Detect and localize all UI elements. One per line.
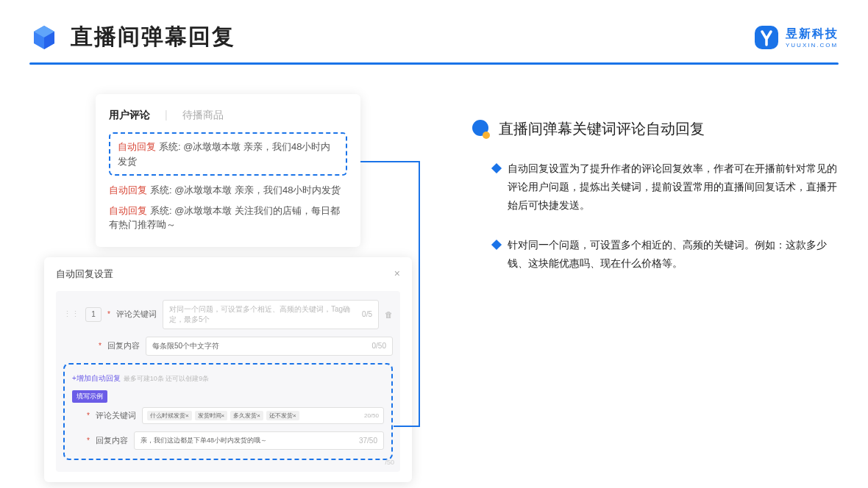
bullet-2-text: 针对同一个问题，可设置多个相近的、高频的关键词。例如：这款多少钱、这块能优惠吗、… [508,236,839,273]
form-area: ⋮⋮ 1 * 评论关键词 对同一个问题，可设置多个相近、高频的关键词，Tag确定… [56,291,400,472]
reply-placeholder: 每条限50个中文字符 [152,341,219,351]
tab-separator: | [165,109,168,122]
brand-name: 昱新科技 [786,26,839,42]
settings-card: 自动回复设置 × ⋮⋮ 1 * 评论关键词 对同一个问题，可设置多个相近、高频的… [44,257,412,482]
example-badge: 填写示例 [72,390,107,403]
comments-card: 用户评论 | 待播商品 自动回复系统: @冰墩墩本墩 亲亲，我们48小时内发货 … [96,94,360,247]
auto-reply-tag: 自动回复 [109,184,147,195]
settings-title: 自动回复设置 [56,268,113,281]
tag-item[interactable]: 多久发货× [230,411,263,420]
header-left: 直播间弹幕回复 [29,22,235,52]
reply-row: * 回复内容 每条限50个中文字符 0/50 [63,337,393,356]
bullet-1-text: 自动回复设置为了提升作者的评论回复效率，作者可在开播前针对常见的评论用户问题，提… [508,159,839,215]
message-1: 自动回复系统: @冰墩墩本墩 亲亲，我们48小时内发货 [118,140,338,168]
required-dot: * [87,412,90,420]
row-number: 1 [85,307,102,322]
message-2: 自动回复系统: @冰墩墩本墩 亲亲，我们48小时内发货 [109,183,347,198]
tab-comments[interactable]: 用户评论 [109,109,150,122]
diamond-icon [491,239,502,249]
bullet-2: 针对同一个问题，可设置多个相近的、高频的关键词。例如：这款多少钱、这块能优惠吗、… [471,236,839,273]
example-reply-input[interactable]: 亲，我们这边都是下单48小时内发货的哦～ 37/50 [134,431,384,450]
add-reply-link[interactable]: +增加自动回复 [72,373,121,384]
diamond-icon [491,163,502,173]
brand: 昱新科技 YUUXIN.COM [753,24,839,51]
reply-input[interactable]: 每条限50个中文字符 0/50 [146,337,393,356]
tab-products[interactable]: 待播商品 [182,109,224,122]
bullet-1: 自动回复设置为了提升作者的评论回复效率，作者可在开播前针对常见的评论用户问题，提… [471,159,839,215]
add-hint: 最多可建10条 还可以创建9条 [124,375,210,382]
tag-item[interactable]: 什么时候发货× [147,411,192,420]
tag-item[interactable]: 发货时间× [195,411,228,420]
faded-count: /50 [385,459,394,466]
brand-icon [753,24,780,51]
page-title: 直播间弹幕回复 [71,22,235,52]
example-reply-label: 回复内容 [96,435,128,446]
brand-url: YUUXIN.COM [786,42,839,49]
auto-reply-tag: 自动回复 [109,205,147,216]
required-dot: * [107,310,110,318]
svg-point-2 [483,132,490,139]
example-reply-row: * 回复内容 亲，我们这边都是下单48小时内发货的哦～ 37/50 [72,431,384,450]
subheading: 直播间弹幕关键词评论自动回复 [471,119,839,139]
close-icon[interactable]: × [394,268,400,281]
cube-icon [29,23,59,52]
message-3: 自动回复系统: @冰墩墩本墩 关注我们的店铺，每日都有热门推荐呦～ [109,204,347,232]
reply-label: 回复内容 [107,340,140,351]
explanation: 直播间弹幕关键词评论自动回复 自动回复设置为了提升作者的评论回复效率，作者可在开… [471,94,839,482]
tag-count: 20/50 [364,412,379,419]
keyword-input[interactable]: 对同一个问题，可设置多个相近、高频的关键词，Tag确定，最多5个 0/5 [163,300,379,329]
delete-icon[interactable]: 🗑 [385,310,393,319]
keyword-row: ⋮⋮ 1 * 评论关键词 对同一个问题，可设置多个相近、高频的关键词，Tag确定… [63,300,393,329]
keyword-placeholder: 对同一个问题，可设置多个相近、高频的关键词，Tag确定，最多5个 [169,304,362,325]
reply-count: 0/50 [372,342,386,350]
message-2-text: 系统: @冰墩墩本墩 亲亲，我们48小时内发货 [150,184,341,195]
subtitle: 直播间弹幕关键词评论自动回复 [499,119,705,139]
example-keyword-input[interactable]: 什么时候发货× 发货时间× 多久发货× 还不发货× 20/50 [142,407,384,424]
example-box: +增加自动回复最多可建10条 还可以创建9条 填写示例 * 评论关键词 什么时候… [63,363,393,460]
example-keyword-label: 评论关键词 [96,410,136,421]
tabs: 用户评论 | 待播商品 [109,109,347,122]
highlighted-message: 自动回复系统: @冰墩墩本墩 亲亲，我们48小时内发货 [109,132,347,176]
tag-item[interactable]: 还不发货× [266,411,299,420]
example-reply-count: 37/50 [359,437,377,445]
example-keyword-row: * 评论关键词 什么时候发货× 发货时间× 多久发货× 还不发货× 20/50 [72,407,384,424]
screenshot-area: 用户评论 | 待播商品 自动回复系统: @冰墩墩本墩 亲亲，我们48小时内发货 … [44,94,412,482]
keyword-label: 评论关键词 [116,309,157,320]
drag-handle-icon[interactable]: ⋮⋮ [63,309,79,319]
example-reply-text: 亲，我们这边都是下单48小时内发货的哦～ [140,436,267,445]
header: 直播间弹幕回复 昱新科技 YUUXIN.COM [0,0,868,52]
auto-reply-tag: 自动回复 [118,141,156,152]
bubble-icon [471,120,490,139]
keyword-count: 0/5 [362,310,372,318]
required-dot: * [99,342,102,350]
required-dot: * [87,437,90,445]
